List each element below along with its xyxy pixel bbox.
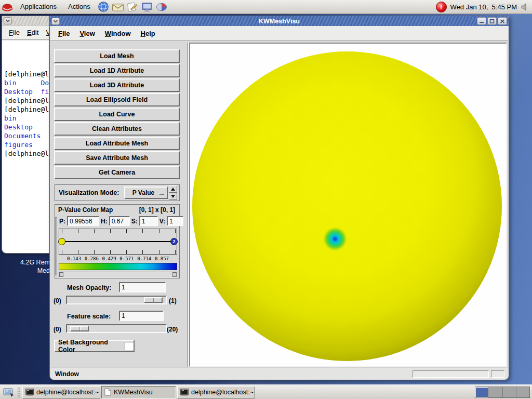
workspace-cell[interactable] [516, 387, 529, 397]
tick-label: 0.571 [119, 256, 134, 261]
feature-scale-max: (20) [167, 326, 178, 333]
terminal-line: [delphine@l [4, 105, 49, 114]
maximize-icon [489, 19, 495, 23]
workspace-cell[interactable] [503, 387, 516, 397]
mesh-opacity-label: Mesh Opacity: [67, 284, 111, 291]
menu-item[interactable]: View [79, 30, 95, 37]
terminal-output[interactable]: [delphine@lbin DoDesktop fi[delphine@l[d… [2, 41, 49, 158]
show-desktop-button[interactable] [2, 386, 16, 398]
workspace-cell[interactable] [475, 387, 489, 397]
colormap-left-scrollbar[interactable] [55, 217, 57, 275]
alert-notification-icon[interactable]: ! [436, 2, 447, 12]
set-background-color-button[interactable]: Set Background Color [54, 340, 135, 352]
visualization-mode-frame: Visualization Mode: P Value [54, 184, 180, 201]
set-background-color-label: Set Background Color [58, 339, 122, 353]
terminal-rollup-button[interactable] [4, 17, 12, 24]
statusbar: Window [50, 367, 508, 379]
terminal-icon [180, 389, 189, 396]
terminal-titlebar[interactable] [2, 16, 49, 25]
colormap-field-input[interactable] [139, 216, 158, 226]
terminal-menu-item[interactable]: Edit [27, 29, 38, 36]
task-button[interactable]: delphine@localhost:~ [22, 386, 100, 398]
mesh-sphere [192, 51, 502, 361]
volume-icon[interactable] [521, 3, 529, 11]
actions-menu[interactable]: Actions [62, 0, 96, 14]
render-viewport[interactable] [189, 43, 507, 367]
minimize-icon [479, 19, 484, 23]
status-label: Window [55, 370, 79, 378]
task-button[interactable]: KWMeshVisu [101, 386, 176, 398]
status-field-small [491, 370, 504, 378]
visualization-mode-spinner [169, 185, 177, 200]
terminal-menu-item[interactable]: File [9, 29, 20, 36]
action-button[interactable]: Load 3D Attribute [54, 78, 180, 92]
web-browser-icon[interactable] [97, 1, 110, 12]
mesh-opacity-min: (0) [54, 297, 61, 304]
slider-ticks-bottom [62, 250, 176, 254]
action-button[interactable]: Clean Attributes [54, 122, 180, 136]
mesh-opacity-input[interactable] [119, 282, 166, 292]
terminal-line: bin [4, 114, 49, 123]
pvalue-hotspot [323, 227, 347, 251]
action-button[interactable]: Save Attribute Mesh [54, 151, 180, 165]
action-button[interactable]: Get Camera [54, 166, 180, 179]
action-button[interactable]: Load 1D Attribute [54, 64, 180, 77]
action-button[interactable]: Load Curve [54, 108, 180, 121]
maximize-button[interactable] [487, 17, 497, 25]
terminal-window[interactable]: FileEditView [delphine@lbin DoDesktop fi… [2, 16, 49, 254]
chart-icon[interactable] [155, 1, 168, 12]
email-icon[interactable] [112, 1, 124, 12]
feature-scale-slider[interactable] [66, 324, 167, 333]
feature-scale-input[interactable] [119, 311, 164, 321]
spinner-down-button[interactable] [169, 193, 177, 200]
scrollbar-left-cap[interactable] [59, 272, 63, 277]
close-button[interactable] [498, 17, 507, 25]
colormap-scrollbar[interactable] [59, 272, 177, 277]
applications-menu[interactable]: Applications [15, 0, 62, 14]
terminal-line: Desktop fi [4, 87, 49, 96]
minimize-button[interactable] [477, 17, 486, 25]
colormap-field: H: [101, 216, 130, 226]
window-titlebar[interactable]: KWMeshVisu [50, 16, 509, 26]
workspace-cell[interactable] [489, 387, 502, 397]
slider-handle-yellow[interactable] [58, 238, 65, 245]
task-button[interactable]: delphine@localhost:~ [177, 386, 255, 398]
slider-handle-blue[interactable]: 2 [170, 238, 178, 245]
clock[interactable]: Wed Jan 10, 5:45 PM [450, 3, 517, 11]
colormap-field-label: S: [131, 218, 138, 225]
menu-item[interactable]: Help [141, 30, 155, 37]
tick-label: 0.714 [137, 256, 151, 261]
kwmeshvisu-window: KWMeshVisu FileViewWindowHelp [49, 16, 509, 380]
colormap-field-label: P: [59, 218, 65, 225]
menu-item[interactable]: Window [105, 30, 131, 37]
display-icon[interactable] [141, 1, 153, 12]
redhat-menu-icon[interactable] [1, 1, 14, 12]
terminal-line: [delphine@l [4, 70, 49, 78]
scrollbar-right-cap[interactable] [172, 272, 177, 277]
terminal-line: [delphine@l [4, 96, 49, 105]
desktop-media-label-line: 4.2G Rem [0, 258, 50, 267]
taskbar-drag-handle[interactable] [17, 387, 21, 397]
colormap-field-input[interactable] [167, 216, 183, 226]
colormap-field-input[interactable] [67, 216, 99, 226]
action-button[interactable]: Load Mesh [54, 49, 180, 63]
action-button[interactable]: Load Ellipsoid Field [54, 93, 180, 107]
arrow-up-icon [171, 188, 175, 191]
feature-scale-handle[interactable] [70, 326, 89, 331]
action-button-stack: Load MeshLoad 1D AttributeLoad 3D Attrib… [54, 49, 180, 180]
action-button[interactable]: Load Attribute Mesh [54, 137, 180, 150]
colormap-field-input[interactable] [109, 216, 130, 226]
colormap-field-label: V: [159, 218, 165, 225]
colormap-slider-canvas[interactable]: 2 [59, 229, 177, 255]
menu-item[interactable]: File [58, 30, 70, 37]
visualization-mode-dropdown[interactable]: P Value [124, 187, 168, 199]
window-rollup-button[interactable] [51, 18, 60, 25]
mesh-opacity-handle[interactable] [144, 297, 163, 303]
pvalue-colormap-frame: P-Value Color Map [0, 1] x [0, 1] P: H: [54, 204, 180, 278]
tick-label: 0.143 [67, 256, 81, 261]
terminal-menu-item[interactable]: View [46, 29, 49, 36]
writer-icon[interactable] [126, 1, 139, 12]
mesh-opacity-slider[interactable] [66, 296, 167, 304]
spinner-up-button[interactable] [169, 185, 177, 193]
workspace-switcher [475, 387, 530, 398]
